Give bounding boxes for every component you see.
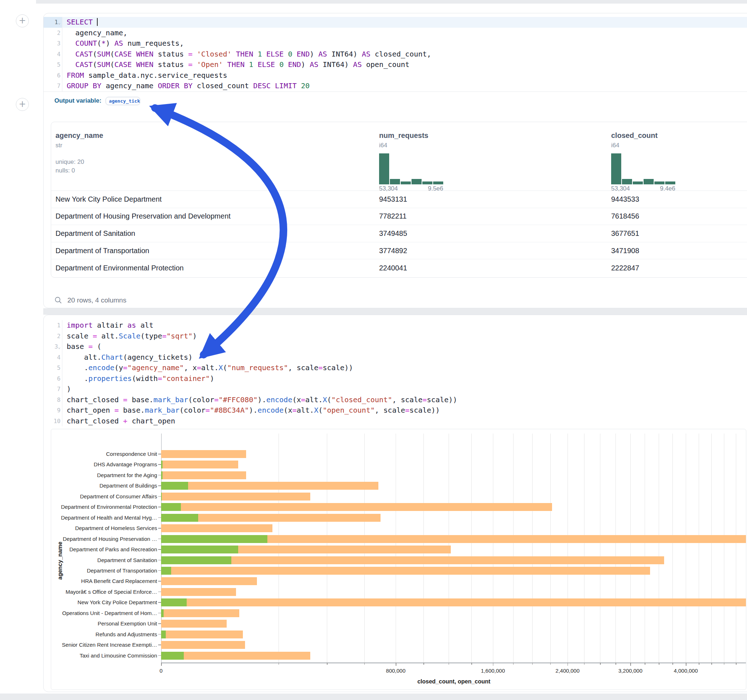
line-number: 5 <box>44 59 62 70</box>
bar-open-count[interactable] <box>161 514 198 522</box>
bar-open-count[interactable] <box>161 631 166 638</box>
y-axis-tick <box>158 507 161 507</box>
table-row[interactable]: New York City Police Department945313194… <box>51 191 747 208</box>
code-line[interactable]: 6 .properties(width="container") <box>44 373 747 384</box>
bar-closed-count[interactable] <box>161 631 243 638</box>
code-line[interactable]: 10chart_closed + chart_open <box>44 416 747 427</box>
sql-code-editor[interactable]: 1⌄SELECT 2 agency_name,3 COUNT(*) AS num… <box>44 13 747 92</box>
bar-open-count[interactable] <box>161 482 188 490</box>
output-variable-badge[interactable]: agency_tickets <box>106 97 140 105</box>
bar-open-count[interactable] <box>161 535 268 543</box>
bar-open-count[interactable] <box>161 460 163 468</box>
code-line[interactable]: 1⌄SELECT <box>44 17 747 28</box>
table-row[interactable]: Department of Housing Preservation and D… <box>51 208 747 225</box>
line-number: 3 <box>44 38 62 49</box>
histogram-min-label: 53,304 <box>611 185 630 192</box>
add-cell-button[interactable]: + <box>16 14 29 27</box>
code-line[interactable]: 8chart_closed = base.mark_bar(color="#FF… <box>44 395 747 406</box>
code-line[interactable]: 2scale = alt.Scale(type="sqrt") <box>44 331 747 342</box>
bar-open-count[interactable] <box>161 546 238 554</box>
bar-open-count[interactable] <box>161 599 187 606</box>
code-line[interactable]: 4 CAST(SUM(CASE WHEN status = 'Closed' T… <box>44 49 747 60</box>
line-number: 8 <box>44 395 62 406</box>
code-line[interactable]: 9chart_open = base.mark_bar(color="#8BC3… <box>44 405 747 416</box>
table-cell: 7782211 <box>375 212 607 220</box>
bar-closed-count[interactable] <box>161 641 245 649</box>
code-line[interactable]: 5 .encode(y="agency_name", x=alt.X("num_… <box>44 363 747 373</box>
code-line[interactable]: 6FROM sample_data.nyc.service_requests <box>44 70 747 81</box>
cell-gap-strip <box>43 308 747 315</box>
column-header-num_requests[interactable]: num_requestsi6453,3049.5e6 <box>375 122 607 192</box>
y-axis-category-label: HRA Benefit Card Replacement <box>51 578 157 584</box>
x-axis-major-tick <box>396 662 396 666</box>
table-row[interactable]: Department of Sanitation37494853677651 <box>51 225 747 242</box>
x-axis-tick <box>449 662 449 665</box>
y-axis-category-label: DHS Advantage Programs <box>51 461 157 468</box>
column-header-agency_name[interactable]: agency_namestrunique: 20nulls: 0 <box>51 122 375 192</box>
code-line[interactable]: 3 COUNT(*) AS num_requests, <box>44 38 747 49</box>
table-cell: 3774892 <box>375 247 607 255</box>
code-line[interactable]: 4 alt.Chart(agency_tickets) <box>44 352 747 363</box>
x-axis-tick <box>364 662 365 665</box>
text-cursor <box>97 18 98 26</box>
table-cell: 7618456 <box>607 212 747 220</box>
code-line[interactable]: 5 CAST(SUM(CASE WHEN status = 'Open' THE… <box>44 59 747 70</box>
code-line[interactable]: 7GROUP BY agency_name ORDER BY closed_co… <box>44 81 747 92</box>
y-axis-tick <box>158 613 161 614</box>
x-axis-tick <box>659 662 659 665</box>
column-header-closed_count[interactable]: closed_counti6453,3049.4e6 <box>607 122 747 192</box>
y-axis-tick <box>158 591 161 592</box>
bar-closed-count[interactable] <box>161 471 246 479</box>
bar-open-count[interactable] <box>161 493 162 501</box>
y-axis-category-label: Department of Transportation <box>51 567 157 574</box>
bar-closed-count[interactable] <box>161 450 246 458</box>
python-code-editor[interactable]: 1import altair as alt2scale = alt.Scale(… <box>44 315 747 426</box>
y-axis-tick <box>158 549 161 550</box>
bar-open-count[interactable] <box>161 471 163 479</box>
bar-closed-count[interactable] <box>161 524 272 532</box>
bar-closed-count[interactable] <box>161 588 236 596</box>
line-number: 2 <box>44 331 62 342</box>
sql-cell: 1⌄SELECT 2 agency_name,3 COUNT(*) AS num… <box>43 13 747 308</box>
bar-closed-count[interactable] <box>161 482 378 490</box>
line-number: 9 <box>44 405 62 416</box>
bar-closed-count[interactable] <box>161 577 257 585</box>
column-histogram <box>379 153 443 184</box>
code-line[interactable]: 2 agency_name, <box>44 28 747 39</box>
bar-closed-count[interactable] <box>161 493 310 501</box>
output-variable-row: Output variable: agency_tickets <box>44 92 747 109</box>
x-axis-major-tick <box>686 662 687 666</box>
bar-closed-count[interactable] <box>161 599 746 606</box>
x-axis-tick-label: 2,400,000 <box>556 668 580 674</box>
page-bottom-strip <box>0 694 747 700</box>
code-text: agency_name, <box>62 28 127 39</box>
fold-caret-icon[interactable]: ⌄ <box>58 345 60 350</box>
code-line[interactable]: 7) <box>44 384 747 395</box>
y-axis-category-label: Mayorâ€ s Office of Special Enforce… <box>51 589 157 595</box>
bar-closed-count[interactable] <box>161 460 238 468</box>
table-cell: Department of Housing Preservation and D… <box>51 212 375 220</box>
bar-open-count[interactable] <box>161 609 163 617</box>
code-line[interactable]: 3⌄base = ( <box>44 341 747 352</box>
histogram-bar <box>644 179 654 184</box>
histogram-bar <box>611 153 621 184</box>
bar-open-count[interactable] <box>161 567 171 575</box>
fold-caret-icon[interactable]: ⌄ <box>58 20 60 25</box>
bar-open-count[interactable] <box>161 556 231 564</box>
y-axis-category-label: Operations Unit - Department of Hom… <box>51 610 157 617</box>
histogram-bar <box>655 181 664 184</box>
bar-closed-count[interactable] <box>161 620 227 628</box>
bar-closed-count[interactable] <box>161 556 664 564</box>
y-axis-tick <box>158 464 161 465</box>
table-row[interactable]: Department of Environmental Protection22… <box>51 259 747 276</box>
bar-closed-count[interactable] <box>161 609 239 617</box>
column-stat: unique: 20 <box>56 158 370 166</box>
bar-open-count[interactable] <box>161 503 181 511</box>
bar-closed-count[interactable] <box>161 503 552 511</box>
add-cell-button[interactable]: + <box>16 98 29 111</box>
bar-open-count[interactable] <box>161 652 184 660</box>
table-row[interactable]: Department of Transportation377489234719… <box>51 242 747 259</box>
code-line[interactable]: 1import altair as alt <box>44 320 747 331</box>
bar-closed-count[interactable] <box>161 567 650 575</box>
search-icon[interactable] <box>54 296 62 304</box>
